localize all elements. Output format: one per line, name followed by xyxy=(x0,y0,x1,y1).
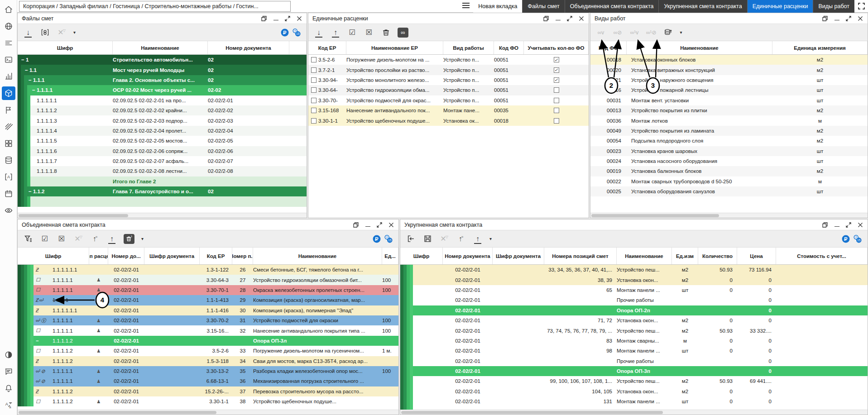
kopeck-mode-icon[interactable] xyxy=(384,234,393,243)
column-header[interactable]: Наименование xyxy=(617,248,672,264)
estimate-file-row[interactable]: 1.1.1.1.2 02.09.02.5 02-02-2-02 крайни..… xyxy=(18,105,307,115)
aggregated-position-row[interactable]: 02-02/2-01 83 Монтаж сварны... м 0 0 xyxy=(400,336,868,346)
estimate-file-row[interactable]: Итого по Главе 2 xyxy=(18,176,307,186)
export-button[interactable]: ↑ xyxy=(331,28,340,38)
row-checkbox[interactable] xyxy=(311,77,317,83)
exit-button[interactable] xyxy=(406,234,416,244)
import-button[interactable]: ↓ xyxy=(23,28,33,38)
column-header[interactable]: Наименование xyxy=(113,41,208,54)
aggregated-position-row[interactable]: 02-02/2-01 38, 39 Установка окон... м2 0… xyxy=(400,275,868,285)
work-type-row[interactable]: 00020 Установка витражных конструкций м2 xyxy=(590,65,868,75)
tab[interactable]: Виды работ xyxy=(813,0,854,13)
work-type-row[interactable]: 00036 Монтаж лотков м xyxy=(590,115,868,125)
estimate-position-row[interactable]: ∞¹ ⊘1.1.1.1.1 ♟ 02-02/2-01 6.68-13-1 36 … xyxy=(18,376,398,386)
link-one-checked-icon[interactable]: ∞¹v xyxy=(629,28,639,38)
tab[interactable]: Единичные расценки xyxy=(747,0,813,13)
export-button[interactable]: ↑ xyxy=(107,234,117,244)
maximize-icon[interactable] xyxy=(566,15,573,22)
eye-icon[interactable] xyxy=(2,204,15,217)
column-header[interactable]: Количество xyxy=(698,248,737,264)
ruble-mode-icon[interactable] xyxy=(372,234,381,243)
home-icon[interactable] xyxy=(2,3,15,16)
restore-icon[interactable] xyxy=(261,15,267,22)
row-checkbox[interactable] xyxy=(311,118,317,124)
unlink-one-icon[interactable]: ∞¹⊘ xyxy=(646,28,657,38)
work-type-row[interactable]: 00021 Устройство наружного освещения шт xyxy=(590,75,868,85)
estimate-position-row[interactable]: Ƶ1.1.1.1.1.1 02-02/2-01 1.1-1-416 30 Ком… xyxy=(18,305,398,315)
column-header[interactable]: Номер до... xyxy=(108,248,144,264)
hatch-icon[interactable] xyxy=(2,120,15,134)
count-fo-checkbox[interactable] xyxy=(554,108,559,113)
work-type-row[interactable] xyxy=(590,196,868,206)
collapse-button[interactable]: ↑= xyxy=(456,234,466,244)
work-type-row[interactable]: 00054 Подсыпка плодородного слоя м2 xyxy=(590,136,868,146)
count-fo-checkbox[interactable]: ✓ xyxy=(554,77,559,83)
column-header[interactable]: Шифр документа xyxy=(493,248,544,264)
work-type-row[interactable]: 00019 Установка балконных блоков м2 xyxy=(590,166,868,176)
column-header[interactable]: Номер документа xyxy=(208,41,289,54)
check-all-button[interactable]: ☑ xyxy=(40,234,50,244)
column-header[interactable]: Номер п... xyxy=(232,248,253,264)
close-icon[interactable] xyxy=(578,15,585,22)
uncheck-all-button[interactable]: ☒ xyxy=(57,234,67,244)
uncheck-all-button[interactable]: ☒ xyxy=(364,28,374,38)
minimize-icon[interactable] xyxy=(555,15,561,22)
flag-icon[interactable] xyxy=(2,103,15,117)
unit-rate-row[interactable]: 3.30-70- Устройство подмостей для окрас.… xyxy=(308,95,589,105)
bell-icon[interactable] xyxy=(2,382,15,395)
kopeck-mode-icon[interactable] xyxy=(853,234,862,243)
work-type-row[interactable]: 00022 Монтаж сварных трубопроводов d 50-… xyxy=(590,176,868,186)
estimate-file-row[interactable]: − 1 Строительство автомобильн... 02 xyxy=(18,55,307,65)
horizontal-scrollbar[interactable] xyxy=(18,213,307,218)
estimate-file-row[interactable]: 1.1.1.1.6 02.09.02.5 02-02-2-06 сопряж..… xyxy=(18,146,307,156)
estimate-file-row[interactable]: 1.1.1.1.4 02.09.02.5 02-02-2-04 пролет..… xyxy=(18,126,307,136)
close-icon[interactable] xyxy=(388,222,394,228)
fullscreen-button[interactable] xyxy=(854,0,868,13)
estimate-position-row[interactable]: −1.1.1.1.2 02-02/2-01 Опора ОП-3л xyxy=(18,336,398,346)
maximize-icon[interactable] xyxy=(845,15,852,22)
translate-icon[interactable] xyxy=(2,398,15,412)
aggregated-position-row[interactable]: 02-02/2-01 98 Монтаж панели ... шт 0 0 xyxy=(400,346,868,356)
globe-icon[interactable] xyxy=(2,19,15,33)
chevron-down-icon[interactable]: ▾ xyxy=(141,236,144,241)
estimate-position-row[interactable]: Ƶ1.1.1.1.1.1 02-02/2-01 1.3-1-122 26 Сме… xyxy=(18,265,398,275)
estimate-file-row[interactable]: 1.1.1.1.3 02.09.02.5 02-02-2-03 подпор..… xyxy=(18,115,307,125)
restore-icon[interactable] xyxy=(822,15,828,22)
row-checkbox[interactable] xyxy=(311,57,317,62)
unit-rate-row[interactable]: 3.7-2-1 Устройство прослойки из раство..… xyxy=(308,65,589,75)
unit-rate-row[interactable]: 3.15-168 Нанесение антивандального пок..… xyxy=(308,105,589,115)
calendar-icon[interactable] xyxy=(2,187,15,200)
column-header[interactable]: Учитывать кол-во ФО xyxy=(524,41,589,54)
link-checked-icon[interactable]: ∞v xyxy=(596,28,606,38)
estimate-position-row[interactable]: ☐1.1.1.1.1 ♟ 02-02/2-01 3.30-70-1 28 Окр… xyxy=(18,285,398,295)
estimate-file-row[interactable]: 1.1.1.1.1 02.09.02.5 02-02-2-01 на про..… xyxy=(18,95,307,105)
chevron-down-icon[interactable]: ▾ xyxy=(489,236,492,241)
minimize-icon[interactable] xyxy=(834,222,840,228)
column-header[interactable] xyxy=(289,41,307,54)
column-header[interactable]: Ед... xyxy=(382,248,398,264)
estimate-position-row[interactable]: ☐1.1.1.1.1 ♟ 02-02/2-01 3.15-16... 32 На… xyxy=(18,325,398,335)
chevron-down-icon[interactable]: ▾ xyxy=(73,30,76,35)
horizontal-scrollbar[interactable] xyxy=(590,213,868,218)
estimate-file-row[interactable]: 1.1.1.1.5 02.09.02.5 02-02-2-05 мостов..… xyxy=(18,136,307,146)
estimate-file-row[interactable]: − 1.1 Мост через ручей Молодцы 02 xyxy=(18,65,307,75)
close-icon[interactable] xyxy=(857,15,863,22)
hamburger-menu-icon[interactable] xyxy=(462,3,470,4)
ruble-mode-icon[interactable] xyxy=(280,28,289,37)
minimize-icon[interactable] xyxy=(834,15,840,22)
breadcrumb[interactable]: Корпорация / Западный филиал / Гостиница… xyxy=(19,1,291,12)
column-header[interactable]: Ед.изм xyxy=(672,248,698,264)
delete-links-button[interactable]: ¹ xyxy=(124,234,134,244)
export-button[interactable]: ↑ xyxy=(473,234,483,244)
tab[interactable]: Файлы смет xyxy=(522,0,564,13)
estimate-position-row[interactable]: ∞¹ Ⓥ1.1.1.1.1 ♟ 02-02/2-01 3.30-70-2 31 … xyxy=(18,315,398,325)
work-type-row[interactable]: 00018 Установка оконных блоков м2 xyxy=(590,55,868,65)
clear-filter-button[interactable]: ✕▽ xyxy=(57,28,67,38)
unit-rate-row[interactable]: 3.30-64- Устройство гидроизоляции обма..… xyxy=(308,85,589,95)
terminal-icon[interactable] xyxy=(2,53,15,67)
estimate-position-row[interactable]: ☐1.1.1.1.1 ♟ 02-02/2-01 3.30-64-3 27 Уст… xyxy=(18,275,398,285)
column-header[interactable]: Вид работы xyxy=(443,41,494,54)
column-header[interactable]: Шифр документа xyxy=(144,248,200,264)
aggregated-position-row[interactable]: 02-02/2-01 33, 34, 35, 36, 37, 40, 41,..… xyxy=(400,265,868,275)
column-header[interactable]: Наименование xyxy=(253,248,382,264)
